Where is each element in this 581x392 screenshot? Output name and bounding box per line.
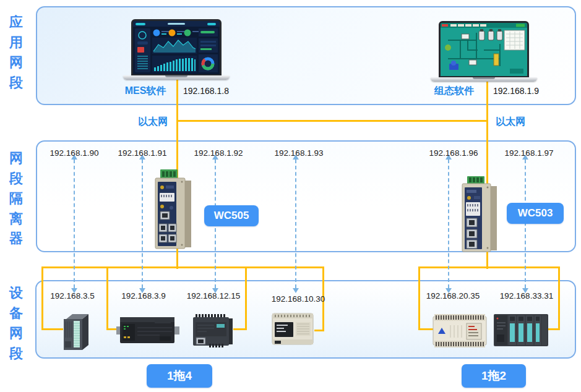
plc2-image — [116, 314, 179, 349]
mes-laptop-image — [131, 19, 230, 80]
scada-software-label: 组态软件 — [431, 85, 478, 98]
drop-elbow-plc3 — [233, 328, 247, 330]
isolator-ip-3: 192.168.1.92 — [194, 148, 243, 158]
plc6-image — [493, 311, 549, 352]
ethernet-label-right: 以太网 — [496, 116, 525, 129]
scada-laptop-image — [439, 21, 537, 82]
device-ip-5: 192.168.20.35 — [426, 291, 480, 300]
scada-ip-label: 192.168.1.9 — [493, 86, 539, 96]
mes-dashboard-screen — [131, 19, 222, 75]
mapping-arrow-1 — [74, 160, 75, 288]
arrow-down-icon — [293, 288, 299, 293]
plc4-image — [271, 311, 316, 349]
drop-line-plc6 — [558, 266, 560, 330]
isolator-ip-1: 192.168.1.90 — [50, 148, 99, 158]
isolator-ip-6: 192.168.1.97 — [505, 148, 554, 158]
device-ip-1: 192.168.3.5 — [50, 291, 94, 300]
right-group-badge: 1拖2 — [462, 364, 526, 388]
laptop-base — [431, 77, 537, 82]
section-label-device: 设备网段 — [7, 283, 25, 364]
ethernet-label-left: 以太网 — [138, 116, 168, 129]
isolator-ip-4: 192.168.1.93 — [275, 148, 324, 158]
wc505-badge: WC505 — [204, 205, 259, 226]
network-topology-diagram: 应用网段 网段隔离器 设备网段 — [0, 0, 581, 392]
drop-line-plc3 — [245, 266, 247, 330]
wc505-gateway-image — [153, 169, 194, 254]
drop-elbow-plc1 — [41, 328, 63, 330]
mapping-arrow-6 — [525, 160, 526, 288]
drop-line-plc5 — [418, 266, 420, 330]
isolator-ip-5: 192.168.1.96 — [429, 148, 478, 158]
plc5-image — [432, 313, 488, 351]
device-ip-6: 192.168.33.31 — [500, 291, 553, 300]
drop-line-plc1 — [41, 266, 43, 330]
mapping-arrow-5 — [448, 160, 449, 288]
laptop-base — [123, 75, 230, 80]
mapping-arrow-4 — [295, 160, 296, 288]
mapping-arrow-2 — [142, 160, 143, 288]
drop-line-plc2 — [106, 266, 108, 330]
left-group-badge: 1拖4 — [147, 364, 212, 388]
device-ip-3: 192.168.12.15 — [187, 291, 240, 300]
mes-software-label: MES软件 — [121, 85, 170, 98]
isolator-ip-2: 192.168.1.91 — [118, 148, 167, 158]
device-ip-2: 192.168.3.9 — [121, 291, 165, 300]
plc1-image — [61, 313, 90, 355]
plc3-image — [192, 313, 234, 352]
device-ip-4: 192.168.10.30 — [272, 294, 325, 304]
wc503-badge: WC503 — [507, 203, 564, 224]
bus-line-right-group — [418, 266, 560, 268]
wc503-gateway-image — [458, 176, 499, 255]
mes-ip-label: 192.168.1.8 — [183, 86, 229, 96]
bus-line-left-group — [41, 266, 324, 268]
scada-screen — [439, 21, 529, 77]
ethernet-line-horizontal — [176, 120, 488, 122]
section-label-isolator: 网段隔离器 — [7, 148, 25, 249]
section-label-application: 应用网段 — [7, 12, 25, 93]
drop-elbow-plc4 — [314, 330, 324, 331]
